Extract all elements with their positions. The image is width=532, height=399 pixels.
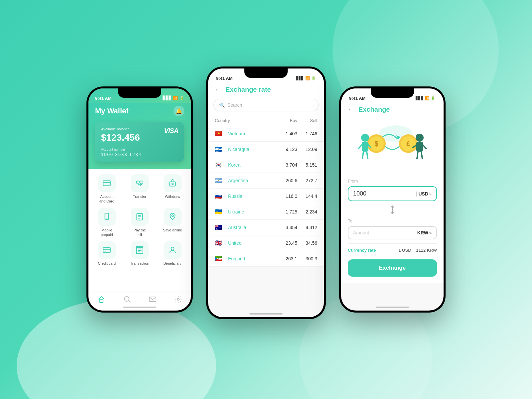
exrate-title: Exchange rate	[225, 86, 271, 93]
balance-amount: $123.456	[101, 132, 140, 143]
credit-card-icon	[98, 241, 116, 259]
svg-rect-39	[362, 142, 368, 152]
pay-bill-label: Pay thebill	[133, 228, 146, 237]
currency-row-au[interactable]: 🇦🇺 Australia 3.454 4.312	[208, 220, 324, 235]
exchange-phone: 9:41 AM ▋▋▋ 📶 🔋 ← Exchange	[339, 86, 446, 313]
currency-row-ru[interactable]: 🇷🇺 Russia 116.0 144.4	[208, 189, 324, 204]
flag-vietnam: 🇻🇳	[215, 130, 224, 137]
buy-russia: 116.0	[277, 194, 297, 199]
flag-korea: 🇰🇷	[215, 162, 224, 168]
svg-rect-23	[100, 299, 103, 303]
back-button-3[interactable]: ←	[348, 106, 354, 113]
currency-list: 🇻🇳 Vietnam 1.403 1.746 🇳🇮 Nicaragua 9.12…	[208, 126, 324, 267]
save-online-label: Save online	[163, 228, 182, 232]
svg-rect-2	[136, 181, 139, 184]
currency-row-vn[interactable]: 🇻🇳 Vietnam 1.403 1.746	[208, 126, 324, 142]
svg-text:£: £	[406, 140, 410, 147]
country-united: United	[228, 240, 277, 246]
action-account-card[interactable]: Accountand Card	[92, 174, 121, 204]
action-save-online[interactable]: Save online	[158, 208, 187, 237]
action-pay-bill[interactable]: Pay thebill	[125, 208, 154, 237]
search-icon-2: 🔍	[219, 102, 225, 108]
wallet-card: Available balance $123.456 VISA Account …	[95, 122, 184, 162]
exchange-rate-phone: 9:41 AM ▋▋▋ 📶 🔋 ← Exchange rate 🔍 Search…	[206, 66, 326, 319]
status-icons-1: ▋▋▋ 📶 🔋	[163, 96, 184, 100]
search-bar: 🔍 Search	[208, 99, 324, 115]
sell-united: 34.56	[297, 240, 317, 246]
available-label: Available balance	[101, 127, 140, 131]
svg-rect-5	[170, 182, 175, 186]
nav-search[interactable]	[123, 295, 131, 305]
from-label: From	[348, 179, 437, 184]
search-input-wrap[interactable]: 🔍 Search	[213, 99, 319, 111]
battery-icon-2: 🔋	[311, 76, 316, 80]
sell-nicaragua: 12.09	[297, 147, 317, 152]
svg-text:$: $	[374, 139, 378, 148]
svg-point-13	[172, 215, 173, 216]
flag-ukraine: 🇺🇦	[215, 208, 224, 215]
buy-united: 23.45	[277, 240, 297, 246]
currency-row-ni[interactable]: 🇳🇮 Nicaragua 9.123 12.09	[208, 142, 324, 157]
to-amount-placeholder[interactable]: Amount	[353, 230, 417, 235]
back-button-2[interactable]: ←	[215, 86, 221, 93]
exchange-button[interactable]: Exchange	[348, 259, 437, 277]
to-input-row[interactable]: Amount KRW ⇅	[348, 226, 437, 239]
svg-rect-14	[103, 248, 110, 253]
notification-bell-icon[interactable]: 🔔	[174, 106, 184, 116]
exchange-form: From 1000 | USD ⇅ To Amount	[341, 172, 444, 283]
currency-row-gb[interactable]: 🇬🇧 United 23.45 34.56	[208, 235, 324, 251]
notch-2	[244, 68, 288, 78]
svg-rect-0	[103, 181, 110, 186]
action-withdraw[interactable]: Withdraw	[158, 174, 187, 204]
nav-mail[interactable]	[149, 295, 157, 305]
currency-row-ar[interactable]: 🇦🇷 Argentina 260.6 272.7	[208, 173, 324, 189]
currency-row-kr[interactable]: 🇰🇷 Korea 3.704 5.151	[208, 157, 324, 173]
wallet-phone: 9:41 AM ▋▋▋ 📶 🔋 My Wallet 🔔 Available ba…	[86, 86, 193, 313]
home-indicator-1	[123, 307, 156, 308]
table-header: Country Buy Sell	[208, 115, 324, 126]
wifi-icon-2: 📶	[305, 76, 310, 80]
nav-settings[interactable]	[174, 295, 182, 305]
search-input[interactable]: Search	[227, 102, 242, 108]
from-currency-label: USD	[418, 191, 428, 197]
currency-row-en[interactable]: 🇬🇶 England 263.1 300.3	[208, 251, 324, 267]
to-currency-select[interactable]: KRW ⇅	[417, 230, 432, 235]
flag-united: 🇬🇧	[215, 240, 224, 246]
action-credit-card[interactable]: Credit card	[92, 241, 121, 266]
action-transfer[interactable]: Transfer	[125, 174, 154, 204]
from-currency-select[interactable]: USD ⇅	[418, 191, 432, 197]
status-time-2: 9:41 AM	[216, 76, 232, 81]
svg-rect-3	[140, 181, 143, 184]
status-icons-3: ▋▋▋ 📶 🔋	[416, 96, 436, 100]
buy-australia: 3.454	[277, 225, 297, 230]
from-currency-chevron: ⇅	[429, 192, 432, 196]
country-russia: Russia	[228, 194, 277, 199]
status-icons-2: ▋▋▋ 📶 🔋	[296, 76, 316, 80]
country-ukraine: Ukraine	[228, 209, 277, 214]
swap-button[interactable]	[348, 205, 437, 214]
svg-rect-45	[416, 142, 423, 152]
flag-england: 🇬🇶	[215, 255, 224, 262]
buy-ukraine: 1.725	[277, 209, 297, 214]
currency-row-ua[interactable]: 🇺🇦 Ukraine 1.725 2.234	[208, 204, 324, 220]
country-nicaragua: Nicaragua	[228, 147, 277, 152]
nav-home[interactable]	[97, 295, 105, 305]
from-input-row[interactable]: 1000 | USD ⇅	[348, 186, 437, 201]
transfer-icon	[131, 174, 149, 192]
from-amount-input[interactable]: 1000	[353, 190, 416, 197]
to-label: To	[348, 218, 437, 223]
save-online-icon	[164, 208, 182, 226]
notch-3	[371, 88, 414, 98]
beneficiary-label: Beneficiary	[163, 261, 181, 266]
action-mobile-prepaid[interactable]: Mobileprepaid	[92, 208, 121, 237]
visa-logo: VISA	[164, 127, 178, 135]
svg-point-27	[177, 298, 179, 300]
sell-australia: 4.312	[297, 225, 317, 230]
country-england: England	[228, 256, 277, 261]
buy-england: 263.1	[277, 256, 297, 261]
sell-vietnam: 1.746	[297, 131, 317, 136]
credit-card-label: Credit card	[98, 261, 116, 266]
svg-point-44	[416, 134, 424, 142]
action-transaction[interactable]: Transaction	[125, 241, 154, 266]
action-beneficiary[interactable]: Beneficiary	[158, 241, 187, 266]
